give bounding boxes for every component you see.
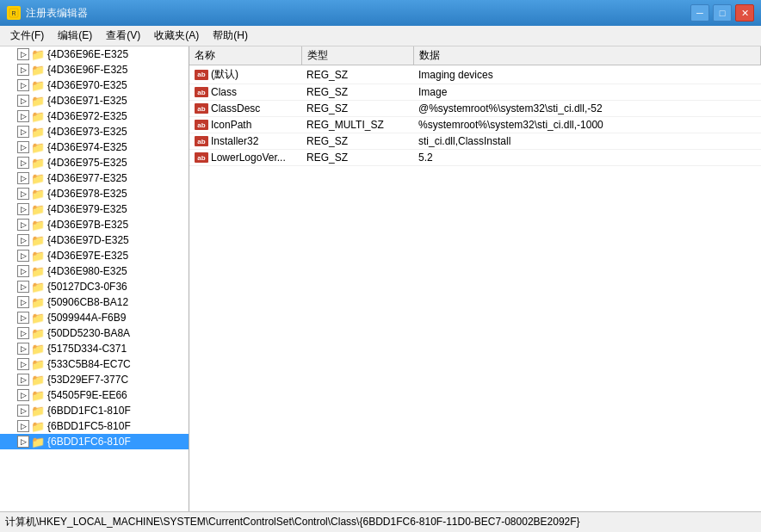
maximize-button[interactable]: □	[713, 4, 732, 22]
reg-value-icon: ab	[195, 136, 208, 146]
reg-value-icon: ab	[195, 87, 208, 97]
menu-item-a[interactable]: 收藏夹(A)	[147, 27, 206, 46]
tree-item[interactable]: ▷📁{533C5B84-EC7C	[0, 356, 189, 372]
tree-item[interactable]: ▷📁{50127DC3-0F36	[0, 279, 189, 294]
expand-button[interactable]: ▷	[17, 343, 29, 355]
tree-item[interactable]: ▷📁{4D36E980-E325	[0, 263, 189, 279]
expand-button[interactable]: ▷	[17, 358, 29, 370]
reg-value-icon: ab	[195, 70, 208, 80]
tree-item[interactable]: ▷📁{6BDD1FC1-810F	[0, 403, 189, 418]
close-button[interactable]: ✕	[735, 4, 754, 22]
reg-name-text: Installer32	[211, 135, 258, 147]
tree-panel[interactable]: ▷📁{4D36E96E-E325▷📁{4D36E96F-E325▷📁{4D36E…	[0, 46, 189, 511]
cell-data: 5.2	[413, 150, 761, 166]
tree-item-label: {4D36E97E-E325	[47, 250, 128, 262]
reg-name-text: ClassDesc	[211, 102, 260, 114]
expand-button[interactable]: ▷	[17, 327, 29, 339]
tree-item[interactable]: ▷📁{5099944A-F6B9	[0, 310, 189, 325]
tree-item[interactable]: ▷📁{4D36E972-E325	[0, 108, 189, 124]
registry-table: 名称 类型 数据 ab(默认)REG_SZImaging devicesabCl…	[189, 46, 761, 166]
expand-button[interactable]: ▷	[17, 374, 29, 386]
tree-item[interactable]: ▷📁{4D36E97D-E325	[0, 232, 189, 248]
tree-item[interactable]: ▷📁{5175D334-C371	[0, 341, 189, 356]
table-row[interactable]: abClassDescREG_SZ@%systemroot%\system32\…	[189, 101, 761, 117]
table-row[interactable]: ab(默认)REG_SZImaging devices	[189, 65, 761, 84]
expand-button[interactable]: ▷	[17, 281, 29, 293]
expand-button[interactable]: ▷	[17, 79, 29, 91]
expand-button[interactable]: ▷	[17, 265, 29, 277]
minimize-button[interactable]: ─	[690, 4, 709, 22]
expand-button[interactable]: ▷	[17, 405, 29, 417]
cell-name: abLowerLogoVer...	[189, 150, 301, 166]
table-row[interactable]: abLowerLogoVer...REG_SZ5.2	[189, 150, 761, 166]
tree-item-label: {4D36E975-E325	[47, 157, 127, 169]
tree-item-label: {4D36E978-E325	[47, 188, 127, 200]
expand-button[interactable]: ▷	[17, 420, 29, 432]
table-header-row: 名称 类型 数据	[189, 46, 761, 65]
expand-button[interactable]: ▷	[17, 141, 29, 153]
status-bar: 计算机\HKEY_LOCAL_MACHINE\SYSTEM\CurrentCon…	[0, 511, 761, 532]
tree-item[interactable]: ▷📁{50906CB8-BA12	[0, 294, 189, 310]
expand-button[interactable]: ▷	[17, 126, 29, 138]
folder-icon: 📁	[31, 405, 45, 418]
tree-item[interactable]: ▷📁{4D36E970-E325	[0, 77, 189, 93]
tree-item[interactable]: ▷📁{4D36E978-E325	[0, 186, 189, 201]
expand-button[interactable]: ▷	[17, 110, 29, 122]
expand-button[interactable]: ▷	[17, 203, 29, 215]
table-row[interactable]: abClassREG_SZImage	[189, 84, 761, 101]
expand-button[interactable]: ▷	[17, 250, 29, 262]
menu-bar: 文件(F)编辑(E)查看(V)收藏夹(A)帮助(H)	[0, 26, 761, 46]
title-bar: R 注册表编辑器 ─ □ ✕	[0, 0, 761, 26]
tree-item[interactable]: ▷📁{4D36E97B-E325	[0, 217, 189, 232]
cell-data: @%systemroot%\system32\sti_ci.dll,-52	[413, 101, 761, 117]
folder-icon: 📁	[31, 110, 45, 123]
tree-item[interactable]: ▷📁{54505F9E-EE66	[0, 387, 189, 403]
svg-text:R: R	[11, 10, 15, 16]
cell-type: REG_SZ	[301, 133, 413, 150]
table-row[interactable]: abInstaller32REG_SZsti_ci.dll,ClassInsta…	[189, 133, 761, 150]
expand-button[interactable]: ▷	[17, 296, 29, 308]
expand-button[interactable]: ▷	[17, 95, 29, 107]
details-panel[interactable]: 名称 类型 数据 ab(默认)REG_SZImaging devicesabCl…	[189, 46, 761, 511]
tree-item[interactable]: ▷📁{53D29EF7-377C	[0, 372, 189, 387]
tree-item[interactable]: ▷📁{6BDD1FC6-810F	[0, 434, 189, 449]
expand-button[interactable]: ▷	[17, 64, 29, 76]
tree-item-label: {4D36E97B-E325	[47, 219, 128, 231]
tree-item-label: {4D36E970-E325	[47, 79, 127, 91]
menu-item-v[interactable]: 查看(V)	[99, 27, 147, 46]
tree-item[interactable]: ▷📁{4D36E977-E325	[0, 170, 189, 186]
menu-item-e[interactable]: 编辑(E)	[51, 27, 99, 46]
col-header-name: 名称	[189, 46, 301, 65]
expand-button[interactable]: ▷	[17, 172, 29, 184]
tree-item[interactable]: ▷📁{4D36E96E-E325	[0, 46, 189, 62]
tree-item[interactable]: ▷📁{50DD5230-BA8A	[0, 325, 189, 341]
folder-icon: 📁	[31, 265, 45, 278]
cell-type: REG_SZ	[301, 101, 413, 117]
expand-button[interactable]: ▷	[17, 312, 29, 324]
tree-item[interactable]: ▷📁{4D36E973-E325	[0, 124, 189, 139]
tree-item[interactable]: ▷📁{4D36E979-E325	[0, 201, 189, 217]
tree-item[interactable]: ▷📁{4D36E97E-E325	[0, 248, 189, 263]
expand-button[interactable]: ▷	[17, 234, 29, 246]
expand-button[interactable]: ▷	[17, 219, 29, 231]
expand-button[interactable]: ▷	[17, 389, 29, 401]
menu-item-f[interactable]: 文件(F)	[3, 27, 51, 46]
expand-button[interactable]: ▷	[17, 48, 29, 60]
menu-item-h[interactable]: 帮助(H)	[206, 27, 255, 46]
expand-button[interactable]: ▷	[17, 188, 29, 200]
tree-item[interactable]: ▷📁{6BDD1FC5-810F	[0, 418, 189, 434]
tree-item[interactable]: ▷📁{4D36E96F-E325	[0, 62, 189, 77]
tree-item-label: {4D36E973-E325	[47, 126, 127, 138]
expand-button[interactable]: ▷	[17, 157, 29, 169]
window-title: 注册表编辑器	[26, 6, 690, 21]
cell-data: %systemroot%\system32\sti_ci.dll,-1000	[413, 117, 761, 133]
tree-item-label: {6BDD1FC6-810F	[47, 436, 131, 448]
tree-item[interactable]: ▷📁{4D36E974-E325	[0, 139, 189, 155]
tree-item[interactable]: ▷📁{4D36E971-E325	[0, 93, 189, 108]
tree-item[interactable]: ▷📁{4D36E975-E325	[0, 155, 189, 170]
cell-name: abInstaller32	[189, 133, 301, 150]
folder-icon: 📁	[31, 374, 45, 387]
table-row[interactable]: abIconPathREG_MULTI_SZ%systemroot%\syste…	[189, 117, 761, 133]
expand-button[interactable]: ▷	[17, 436, 29, 448]
folder-icon: 📁	[31, 420, 45, 433]
